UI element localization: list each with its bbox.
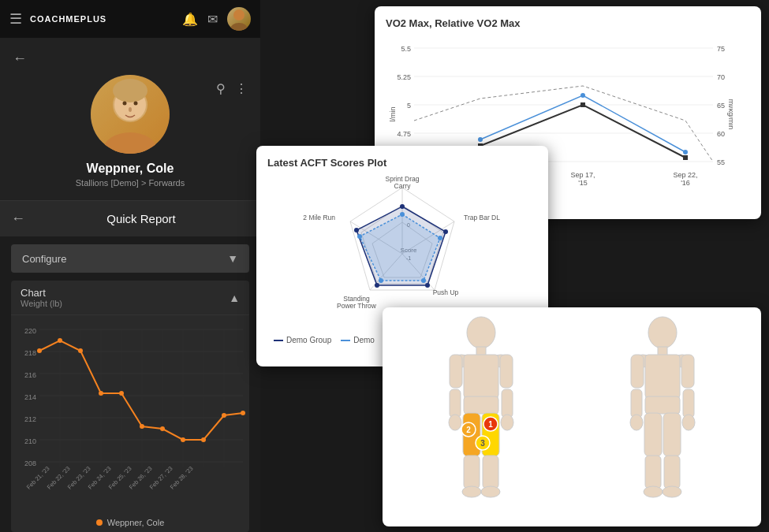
svg-rect-122 (464, 396, 498, 414)
svg-point-40 (181, 437, 185, 442)
body-map-card: 2 1 3 (383, 307, 761, 526)
svg-rect-115 (464, 355, 498, 398)
acft-group-label: Demo Group (286, 336, 331, 344)
chevron-down-icon: ▼ (227, 252, 238, 265)
configure-label: Configure (22, 253, 66, 265)
svg-text:220: 220 (24, 327, 36, 335)
profile-section: ← Wep (0, 38, 260, 200)
hamburger-icon[interactable]: ☰ (9, 10, 22, 28)
svg-point-78 (478, 137, 483, 142)
pin-icon[interactable]: ⚲ (216, 81, 226, 96)
svg-point-41 (201, 437, 206, 442)
svg-point-37 (119, 391, 124, 396)
svg-point-39 (160, 426, 165, 431)
legend-dot (96, 519, 103, 526)
notification-icon[interactable]: 🔔 (182, 12, 198, 27)
svg-text:Sep 17,: Sep 17, (570, 171, 595, 179)
profile-content: Weppner, Cole Stallions [Demo] > Forward… (13, 75, 248, 188)
app-logo: COACHMEPLUS (30, 14, 174, 24)
svg-point-8 (134, 102, 138, 106)
svg-point-43 (241, 411, 245, 415)
weight-chart-svg: 220 218 216 214 212 210 208 (14, 322, 247, 491)
svg-point-120 (449, 415, 461, 430)
vo2-card-title: VO2 Max, Relative VO2 Max (386, 17, 750, 29)
svg-text:l/min: l/min (389, 106, 397, 121)
top-nav: ☰ COACHMEPLUS 🔔 ✉ (0, 0, 260, 38)
chart-collapse-icon[interactable]: ▲ (229, 292, 240, 304)
chart-canvas: 220 218 216 214 212 210 208 (11, 315, 249, 513)
svg-point-103 (375, 283, 379, 288)
svg-point-42 (222, 413, 226, 418)
svg-point-107 (438, 236, 442, 240)
svg-text:1: 1 (488, 420, 493, 429)
svg-text:55: 55 (717, 158, 725, 166)
svg-text:2 Mile Run: 2 Mile Run (303, 214, 335, 221)
svg-point-6 (113, 79, 147, 102)
svg-point-1 (230, 23, 248, 31)
svg-rect-142 (631, 389, 642, 418)
demo-legend-line (341, 340, 350, 341)
chart-subtitle: Weight (lb) (21, 299, 62, 308)
svg-point-80 (683, 150, 688, 154)
quick-report-header: ← Quick Report (0, 200, 260, 236)
configure-button[interactable]: Configure ▼ (11, 244, 249, 273)
svg-text:218: 218 (24, 349, 36, 357)
svg-rect-140 (631, 355, 644, 388)
chart-header: Chart Weight (lb) ▲ (11, 281, 249, 315)
svg-point-111 (467, 317, 495, 348)
back-body-figure (599, 315, 726, 512)
svg-point-135 (648, 317, 677, 348)
profile-name: Weppner, Cole (87, 162, 174, 176)
svg-point-36 (99, 391, 103, 396)
svg-point-0 (233, 9, 245, 20)
svg-text:5: 5 (407, 102, 411, 110)
chart-title-group: Chart Weight (lb) (21, 287, 62, 308)
quick-report-back[interactable]: ← (11, 210, 25, 227)
profile-team: Stallions [Demo] > Forwards (76, 178, 185, 188)
svg-rect-117 (500, 355, 513, 388)
svg-rect-143 (683, 389, 694, 418)
svg-text:212: 212 (24, 415, 36, 423)
svg-rect-146 (645, 396, 680, 414)
chart-section: Chart Weight (lb) ▲ 220 218 216 214 212 … (11, 281, 249, 532)
svg-text:Sep 22,: Sep 22, (673, 171, 697, 179)
configure-section: Configure ▼ (0, 236, 260, 281)
svg-point-151 (644, 486, 663, 497)
svg-point-102 (425, 283, 430, 288)
chart-legend: Weppner, Cole (11, 513, 249, 532)
svg-rect-139 (645, 355, 680, 398)
svg-text:'15: '15 (578, 179, 588, 187)
more-options-icon[interactable]: ⋮ (235, 81, 248, 96)
svg-point-79 (580, 93, 585, 98)
mail-icon[interactable]: ✉ (207, 12, 218, 27)
svg-rect-148 (663, 413, 681, 456)
svg-point-121 (501, 415, 513, 430)
svg-point-9 (129, 107, 132, 112)
svg-text:75: 75 (717, 45, 725, 53)
svg-rect-141 (681, 355, 694, 388)
svg-text:5.5: 5.5 (401, 45, 411, 53)
svg-rect-118 (450, 389, 461, 418)
svg-point-152 (663, 486, 681, 497)
svg-text:210: 210 (24, 437, 36, 445)
left-panel: ☰ COACHMEPLUS 🔔 ✉ ← (0, 0, 260, 532)
user-avatar[interactable] (227, 7, 251, 31)
svg-point-33 (37, 348, 42, 353)
svg-point-127 (462, 486, 481, 497)
quick-report-title: Quick Report (33, 212, 249, 225)
acft-demo-legend: Demo (341, 336, 375, 344)
svg-point-38 (140, 424, 144, 429)
front-body-figure: 2 1 3 (418, 315, 544, 512)
svg-point-7 (123, 102, 127, 106)
back-button[interactable]: ← (13, 50, 27, 67)
acft-demo-label: Demo (353, 336, 375, 344)
legend-label: Weppner, Cole (107, 518, 165, 527)
svg-text:214: 214 (24, 393, 36, 401)
acft-group-legend: Demo Group (274, 336, 331, 344)
svg-point-106 (400, 212, 405, 217)
svg-point-110 (357, 234, 362, 239)
svg-text:4.75: 4.75 (397, 130, 411, 138)
svg-text:Carry: Carry (394, 182, 412, 190)
svg-text:65: 65 (717, 102, 725, 110)
svg-text:2: 2 (466, 426, 471, 434)
